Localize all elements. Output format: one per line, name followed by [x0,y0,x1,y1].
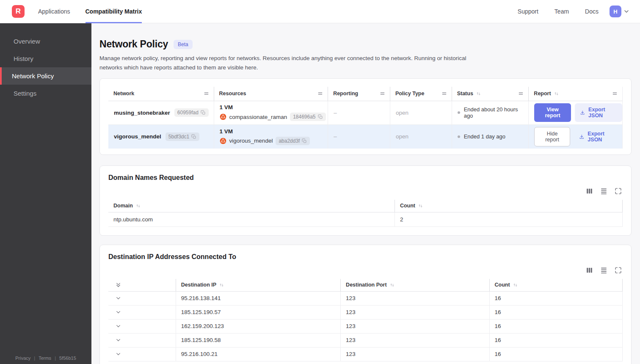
copy-icon[interactable] [318,114,323,119]
column-resize-handle[interactable] [379,91,386,97]
policy-type-value: open [390,101,452,124]
status-dot [458,135,460,138]
sort-icon[interactable] [476,91,481,97]
nav-links: Support Team Docs [518,8,599,15]
ip-row: 95.216.100.21 123 16 [108,347,623,361]
top-navbar: R Applications Compatibility Matrix Supp… [0,0,640,23]
column-resize-handle[interactable] [317,91,323,97]
column-header-count: Count [400,203,415,209]
nav-tabs: Applications Compatibility Matrix [38,0,142,23]
sidebar-item-overview[interactable]: Overview [0,33,91,50]
vm-count: 1 VM [220,104,328,110]
destination-port-value: 123 [341,347,489,361]
network-row-selected: vigorous_mendel 5bdf3dc1 1 VM vigorous_m… [108,125,623,149]
destination-port-value: 123 [341,306,489,319]
column-resize-handle[interactable] [203,91,210,97]
sidebar-item-network-policy[interactable]: Network Policy [0,67,91,85]
link-support[interactable]: Support [518,8,538,15]
sidebar-item-settings[interactable]: Settings [0,85,91,102]
network-name: vigorous_mendel [114,133,161,140]
destination-ip-value: 162.159.200.123 [176,320,341,333]
networks-table-header: Network Resources Reporting Policy Type … [108,87,623,101]
column-header-resources: Resources [219,91,246,97]
fullscreen-icon[interactable] [615,267,622,274]
sort-icon[interactable] [389,282,395,288]
table-toolbar [108,267,622,274]
page-description: Manage network policy, reporting and vie… [99,54,474,72]
link-docs[interactable]: Docs [585,8,599,15]
destination-ip-value: 185.125.190.57 [176,306,341,319]
count-value: 16 [490,306,623,319]
sidebar-footer: Privacy | Terms | 5f56b15 [0,356,91,361]
tab-compatibility-matrix[interactable]: Compatibility Matrix [86,0,142,23]
sort-icon[interactable] [554,91,559,97]
main-content: Network Policy Beta Manage network polic… [91,23,640,364]
sidebar-item-history[interactable]: History [0,50,91,67]
destination-ips-card: Destination IP Addresses Connected To De… [99,245,632,364]
terms-link[interactable]: Terms [39,356,51,361]
expand-row-icon[interactable] [115,351,121,357]
resource-name: compassionate_raman [229,114,287,120]
expand-row-icon[interactable] [115,337,121,343]
page-title: Network Policy [99,39,168,50]
destination-port-value: 123 [341,320,489,333]
status-text: Ended 1 day ago [464,133,505,140]
avatar[interactable]: H [610,6,621,17]
destination-port-value: 123 [341,292,489,305]
tab-applications[interactable]: Applications [38,0,70,23]
count-value: 16 [490,320,623,333]
user-menu[interactable]: H [610,6,630,17]
sort-icon[interactable] [135,203,141,209]
vm-count: 1 VM [220,128,328,135]
export-json-button[interactable]: Export JSON [575,103,622,122]
sort-icon[interactable] [219,282,224,288]
column-header-policy-type: Policy Type [395,91,425,97]
ips-table-header: Destination IP Destination Port Count [108,279,623,292]
hide-report-button[interactable]: Hide report [534,127,570,146]
status-text: Ended about 20 hours ago [464,106,529,119]
sort-icon[interactable] [418,203,423,209]
column-resize-handle[interactable] [518,91,524,97]
networks-card: Network Resources Reporting Policy Type … [99,78,632,155]
sort-icon[interactable] [513,282,518,288]
view-report-button[interactable]: View report [534,103,571,122]
fullscreen-icon[interactable] [615,188,622,195]
ip-row: 185.125.190.57 123 16 [108,306,623,320]
domain-row: ntp.ubuntu.com 2 [108,212,623,227]
rows-icon[interactable] [600,188,607,195]
column-resize-handle[interactable] [612,91,618,97]
destination-ip-value: 185.125.190.58 [176,334,341,347]
reporting-value: – [328,125,390,149]
expand-row-icon[interactable] [115,323,121,329]
beta-badge: Beta [174,40,193,49]
download-icon [579,134,585,140]
rows-icon[interactable] [600,267,607,274]
ips-card-title: Destination IP Addresses Connected To [108,253,623,261]
column-resize-handle[interactable] [441,91,447,97]
domains-table-header: Domain Count [108,200,623,212]
resource-hash-badge: 184696a5 [290,113,326,121]
network-row: musing_stonebraker 60959fad 1 VM compass… [108,101,623,125]
export-json-button[interactable]: Export JSON [574,127,622,146]
columns-icon[interactable] [586,267,593,274]
copy-icon[interactable] [191,134,196,139]
link-team[interactable]: Team [554,8,569,15]
columns-icon[interactable] [586,188,593,195]
expand-row-icon[interactable] [115,295,121,301]
domain-value: ntp.ubuntu.com [108,212,395,226]
copy-icon[interactable] [302,138,307,143]
privacy-link[interactable]: Privacy [15,356,30,361]
ip-row: 162.159.200.123 123 16 [108,320,623,334]
column-header-reporting: Reporting [333,91,358,97]
expand-all-icon[interactable] [115,282,121,288]
column-header-destination-ip: Destination IP [181,282,216,288]
policy-type-value: open [390,125,452,149]
app-logo[interactable]: R [12,5,25,18]
column-header-network: Network [113,91,134,97]
chevron-down-icon [623,8,630,15]
status-dot [458,111,460,114]
version-label: 5f56b15 [59,356,76,361]
expand-row-icon[interactable] [115,309,121,315]
column-header-report: Report [534,91,551,97]
copy-icon[interactable] [201,110,206,115]
